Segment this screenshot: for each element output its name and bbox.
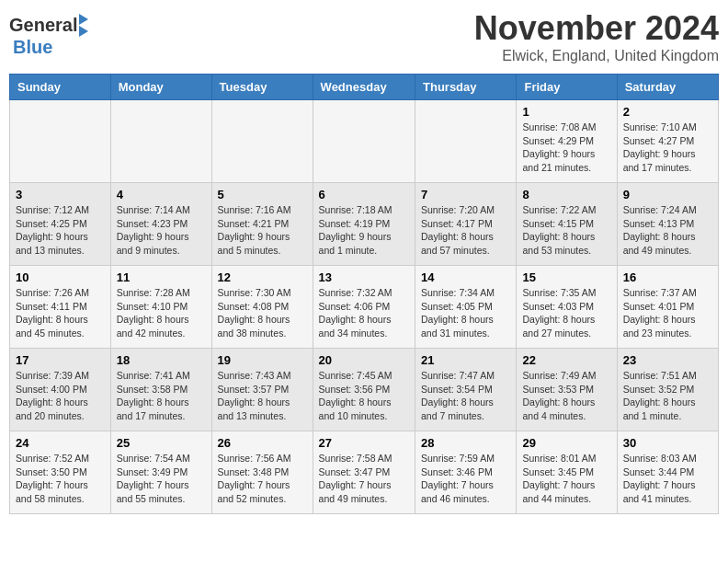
day-details: Sunrise: 7:24 AM Sunset: 4:13 PM Dayligh…: [623, 203, 712, 258]
calendar-cell: 29Sunrise: 8:01 AM Sunset: 3:45 PM Dayli…: [517, 431, 617, 514]
calendar-cell: 6Sunrise: 7:18 AM Sunset: 4:19 PM Daylig…: [313, 183, 415, 266]
day-number: 2: [623, 105, 712, 119]
day-number: 14: [421, 270, 510, 284]
calendar-cell: 8Sunrise: 7:22 AM Sunset: 4:15 PM Daylig…: [517, 183, 617, 266]
calendar-cell: 23Sunrise: 7:51 AM Sunset: 3:52 PM Dayli…: [617, 349, 718, 431]
calendar-cell: [211, 100, 313, 183]
day-details: Sunrise: 7:39 AM Sunset: 4:00 PM Dayligh…: [16, 369, 105, 423]
page-header: General Blue November 2024 Elwick, Engla…: [9, 9, 719, 64]
day-details: Sunrise: 7:59 AM Sunset: 3:46 PM Dayligh…: [421, 452, 510, 506]
day-details: Sunrise: 7:26 AM Sunset: 4:11 PM Dayligh…: [16, 286, 105, 340]
calendar-cell: 12Sunrise: 7:30 AM Sunset: 4:08 PM Dayli…: [211, 266, 313, 349]
day-number: 29: [522, 436, 610, 450]
calendar-cell: 10Sunrise: 7:26 AM Sunset: 4:11 PM Dayli…: [10, 266, 111, 349]
day-number: 13: [319, 270, 409, 284]
day-details: Sunrise: 7:12 AM Sunset: 4:25 PM Dayligh…: [16, 203, 105, 258]
calendar-cell: [110, 100, 211, 183]
calendar-cell: 5Sunrise: 7:16 AM Sunset: 4:21 PM Daylig…: [211, 183, 313, 266]
day-details: Sunrise: 7:22 AM Sunset: 4:15 PM Dayligh…: [522, 203, 610, 258]
calendar-cell: 18Sunrise: 7:41 AM Sunset: 3:58 PM Dayli…: [110, 349, 211, 431]
day-number: 7: [421, 188, 510, 201]
calendar-cell: 21Sunrise: 7:47 AM Sunset: 3:54 PM Dayli…: [415, 349, 517, 431]
calendar-cell: 17Sunrise: 7:39 AM Sunset: 4:00 PM Dayli…: [10, 349, 111, 431]
day-details: Sunrise: 7:18 AM Sunset: 4:19 PM Dayligh…: [319, 203, 409, 258]
calendar-week-row: 3Sunrise: 7:12 AM Sunset: 4:25 PM Daylig…: [10, 183, 719, 266]
calendar-cell: 28Sunrise: 7:59 AM Sunset: 3:46 PM Dayli…: [415, 431, 517, 514]
day-details: Sunrise: 7:49 AM Sunset: 3:53 PM Dayligh…: [522, 369, 610, 423]
day-number: 26: [218, 436, 307, 450]
day-details: Sunrise: 7:58 AM Sunset: 3:47 PM Dayligh…: [319, 452, 409, 506]
day-of-week-header: Thursday: [415, 75, 517, 100]
day-number: 27: [319, 436, 409, 450]
day-number: 12: [218, 270, 307, 284]
calendar-header-row: SundayMondayTuesdayWednesdayThursdayFrid…: [10, 75, 719, 100]
calendar-cell: [313, 100, 415, 183]
day-details: Sunrise: 7:54 AM Sunset: 3:49 PM Dayligh…: [117, 452, 206, 506]
day-details: Sunrise: 7:34 AM Sunset: 4:05 PM Dayligh…: [421, 286, 510, 340]
day-number: 23: [623, 353, 712, 367]
calendar-cell: 27Sunrise: 7:58 AM Sunset: 3:47 PM Dayli…: [313, 431, 415, 514]
day-number: 10: [16, 270, 105, 284]
day-number: 11: [117, 270, 206, 284]
day-number: 19: [218, 353, 307, 367]
day-number: 1: [522, 105, 610, 119]
day-details: Sunrise: 7:16 AM Sunset: 4:21 PM Dayligh…: [218, 203, 307, 258]
calendar-cell: 15Sunrise: 7:35 AM Sunset: 4:03 PM Dayli…: [517, 266, 617, 349]
day-number: 8: [522, 188, 610, 201]
day-number: 25: [117, 436, 206, 450]
day-number: 9: [623, 188, 712, 201]
logo: General Blue: [9, 14, 88, 58]
day-details: Sunrise: 7:45 AM Sunset: 3:56 PM Dayligh…: [319, 369, 409, 423]
day-of-week-header: Friday: [517, 75, 617, 100]
day-number: 20: [319, 353, 409, 367]
day-details: Sunrise: 7:52 AM Sunset: 3:50 PM Dayligh…: [16, 452, 105, 506]
calendar-table: SundayMondayTuesdayWednesdayThursdayFrid…: [9, 74, 719, 514]
day-number: 6: [319, 188, 409, 201]
day-number: 22: [522, 353, 610, 367]
day-details: Sunrise: 7:35 AM Sunset: 4:03 PM Dayligh…: [522, 286, 610, 340]
day-details: Sunrise: 7:28 AM Sunset: 4:10 PM Dayligh…: [117, 286, 206, 340]
day-details: Sunrise: 7:10 AM Sunset: 4:27 PM Dayligh…: [623, 121, 712, 175]
calendar-cell: 30Sunrise: 8:03 AM Sunset: 3:44 PM Dayli…: [617, 431, 718, 514]
calendar-cell: 14Sunrise: 7:34 AM Sunset: 4:05 PM Dayli…: [415, 266, 517, 349]
calendar-cell: [415, 100, 517, 183]
day-details: Sunrise: 7:32 AM Sunset: 4:06 PM Dayligh…: [319, 286, 409, 340]
day-number: 24: [16, 436, 105, 450]
day-of-week-header: Saturday: [617, 75, 718, 100]
location-title: Elwick, England, United Kingdom: [474, 48, 719, 64]
day-of-week-header: Sunday: [10, 75, 111, 100]
calendar-cell: 4Sunrise: 7:14 AM Sunset: 4:23 PM Daylig…: [110, 183, 211, 266]
calendar-cell: 9Sunrise: 7:24 AM Sunset: 4:13 PM Daylig…: [617, 183, 718, 266]
month-title: November 2024: [474, 9, 719, 48]
day-number: 21: [421, 353, 510, 367]
calendar-cell: 22Sunrise: 7:49 AM Sunset: 3:53 PM Dayli…: [517, 349, 617, 431]
title-section: November 2024 Elwick, England, United Ki…: [474, 9, 719, 64]
calendar-cell: 11Sunrise: 7:28 AM Sunset: 4:10 PM Dayli…: [110, 266, 211, 349]
logo-blue-text: Blue: [13, 37, 52, 58]
day-details: Sunrise: 7:08 AM Sunset: 4:29 PM Dayligh…: [522, 121, 610, 175]
day-number: 16: [623, 270, 712, 284]
calendar-cell: 20Sunrise: 7:45 AM Sunset: 3:56 PM Dayli…: [313, 349, 415, 431]
calendar-cell: 3Sunrise: 7:12 AM Sunset: 4:25 PM Daylig…: [10, 183, 111, 266]
day-details: Sunrise: 7:20 AM Sunset: 4:17 PM Dayligh…: [421, 203, 510, 258]
calendar-cell: 19Sunrise: 7:43 AM Sunset: 3:57 PM Dayli…: [211, 349, 313, 431]
day-details: Sunrise: 7:51 AM Sunset: 3:52 PM Dayligh…: [623, 369, 712, 423]
day-details: Sunrise: 8:01 AM Sunset: 3:45 PM Dayligh…: [522, 452, 610, 506]
day-of-week-header: Tuesday: [211, 75, 313, 100]
day-number: 17: [16, 353, 105, 367]
calendar-week-row: 10Sunrise: 7:26 AM Sunset: 4:11 PM Dayli…: [10, 266, 719, 349]
calendar-cell: 2Sunrise: 7:10 AM Sunset: 4:27 PM Daylig…: [617, 100, 718, 183]
logo-general-text: General: [9, 15, 77, 36]
calendar-cell: 16Sunrise: 7:37 AM Sunset: 4:01 PM Dayli…: [617, 266, 718, 349]
day-details: Sunrise: 7:14 AM Sunset: 4:23 PM Dayligh…: [117, 203, 206, 258]
day-of-week-header: Monday: [110, 75, 211, 100]
day-number: 3: [16, 188, 105, 201]
day-details: Sunrise: 7:37 AM Sunset: 4:01 PM Dayligh…: [623, 286, 712, 340]
day-details: Sunrise: 7:41 AM Sunset: 3:58 PM Dayligh…: [117, 369, 206, 423]
day-number: 28: [421, 436, 510, 450]
day-number: 4: [117, 188, 206, 201]
calendar-cell: 1Sunrise: 7:08 AM Sunset: 4:29 PM Daylig…: [517, 100, 617, 183]
calendar-week-row: 17Sunrise: 7:39 AM Sunset: 4:00 PM Dayli…: [10, 349, 719, 431]
day-number: 5: [218, 188, 307, 201]
calendar-cell: 24Sunrise: 7:52 AM Sunset: 3:50 PM Dayli…: [10, 431, 111, 514]
